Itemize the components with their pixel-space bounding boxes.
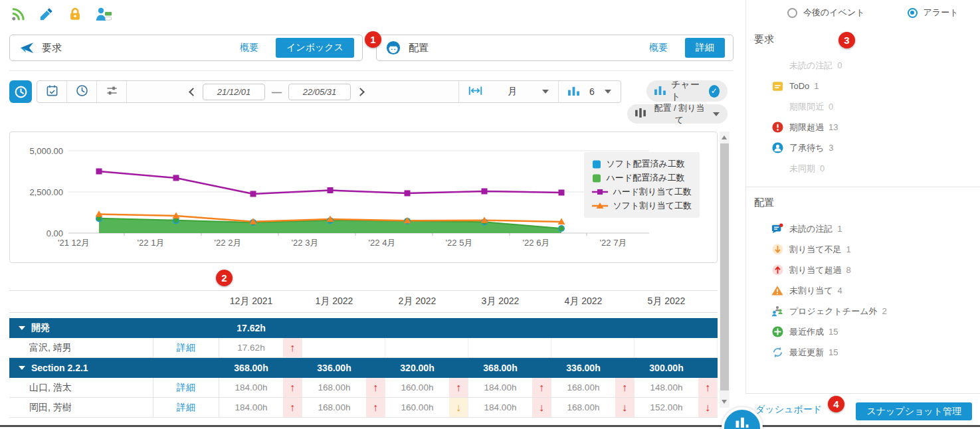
series-selector-dropdown[interactable]: 配置 / 割り当て (627, 104, 728, 124)
series-selector-value: 配置 / 割り当て (651, 102, 708, 126)
granularity-dropdown[interactable]: 月 (458, 81, 558, 102)
collapse-caret-icon[interactable] (19, 366, 25, 370)
person-name: 山口, 浩太 (9, 378, 153, 397)
legend-item[interactable]: ソフト配置済み工数 (592, 158, 692, 170)
collapse-caret-icon[interactable] (19, 326, 25, 330)
hours-cell: 184.00h (468, 378, 532, 397)
hours-cell: 152.00h (635, 398, 698, 417)
sidebar-mode-radios: 今後のイベントアラート (746, 0, 980, 19)
alert-count: 8 (846, 265, 851, 275)
app-window: 要求 概要 インボックス 1 配置 概要 詳細 — 月 6 (0, 0, 980, 429)
legend-item[interactable]: ソフト割り当て工数 (592, 200, 692, 212)
trend-empty (283, 318, 302, 338)
filter-settings-button[interactable] (97, 81, 127, 102)
trend-empty (615, 338, 635, 357)
scrollbar-thumb[interactable] (720, 143, 729, 390)
inbox-button[interactable]: インボックス (276, 38, 354, 58)
clock-button[interactable] (67, 81, 97, 102)
chart-toolbar: — 月 6 (37, 80, 621, 103)
rss-icon[interactable] (9, 5, 27, 23)
alert-label: 了承待ち (789, 142, 824, 154)
scroll-up-icon[interactable] (722, 135, 727, 139)
alert-count: 3 (829, 143, 833, 153)
lock-icon[interactable] (66, 5, 84, 23)
hours-cell: 320.00h (385, 358, 449, 378)
svg-text:'22 2月: '22 2月 (215, 238, 242, 248)
column-header[interactable]: 3月 2022 (468, 296, 551, 307)
date-from-input[interactable] (203, 84, 265, 100)
pencil-icon[interactable] (38, 5, 55, 23)
group-name: Section 2.2.1 (31, 363, 88, 373)
detail-link[interactable]: 詳細 (177, 342, 195, 354)
unread-note-icon (771, 223, 783, 235)
alert-label: 最近作成 (789, 326, 824, 338)
alert-item[interactable]: 最近更新15 (746, 342, 980, 363)
vertical-scrollbar[interactable] (720, 131, 730, 408)
chart-bars-icon (654, 85, 666, 98)
radio-upcoming-events[interactable]: 今後のイベント (787, 7, 865, 19)
overdue-icon (771, 122, 783, 133)
legend-item[interactable]: ハード割り当て工数 (592, 186, 692, 198)
detail-cell: 詳細 (153, 338, 219, 357)
hours-cell: 168.00h (302, 398, 366, 417)
alert-item[interactable]: ToDo1 (746, 76, 980, 96)
period-count-dropdown[interactable]: 6 (558, 81, 621, 102)
date-range-dash: — (272, 86, 282, 98)
next-period-button[interactable] (356, 88, 365, 96)
column-header[interactable]: 2月 2022 (385, 296, 468, 307)
alert-label: 期限間近 (789, 101, 824, 113)
alert-count: 0 (829, 102, 833, 112)
group-name: 開発 (31, 322, 50, 334)
alert-count: 0 (820, 163, 825, 173)
callout-2: 2 (216, 270, 233, 286)
trend-arrow-icon: ↑ (283, 398, 302, 417)
trend-empty (698, 318, 718, 338)
detail-link[interactable]: 詳細 (177, 382, 195, 394)
column-header[interactable]: 5月 2022 (635, 296, 718, 307)
details-button[interactable]: 詳細 (685, 38, 725, 58)
trend-arrow-icon: ↓ (698, 398, 718, 417)
dashboard-link[interactable]: ダッシュボード (755, 404, 822, 416)
people-icon[interactable] (95, 5, 112, 23)
calendar-button[interactable] (37, 81, 67, 102)
scroll-down-icon[interactable] (722, 400, 727, 404)
alert-item[interactable]: 割り当て超過8 (746, 260, 980, 280)
legend-swatch-icon (592, 188, 608, 196)
sidebar-sections: 要求未読の注記0ToDo1期限間近0期限超過13了承待ち3未同期0配置未読の注記… (746, 19, 980, 363)
alert-count: 15 (829, 327, 838, 337)
legend-item[interactable]: ハード配置済み工数 (592, 172, 692, 184)
time-phase-badge[interactable] (9, 80, 32, 103)
previous-period-button[interactable] (189, 88, 197, 96)
snapshot-management-button[interactable]: スナップショット管理 (856, 402, 972, 420)
hours-cell: 184.00h (468, 398, 532, 417)
column-header[interactable]: 4月 2022 (551, 296, 635, 307)
alert-label: 期限超過 (789, 122, 824, 133)
alert-item[interactable]: プロジェクトチーム外2 (746, 301, 980, 321)
table-body: 開発17.62h富沢, 靖男詳細17.62h↑Section 2.2.1368.… (9, 318, 718, 418)
alert-item[interactable]: 未読の注記1 (746, 218, 980, 239)
under-allocated-icon (771, 244, 783, 256)
detail-link[interactable]: 詳細 (177, 402, 195, 414)
allocation-overview-link[interactable]: 概要 (649, 42, 668, 54)
column-header[interactable]: 12月 2021 (219, 296, 302, 307)
column-header[interactable]: 1月 2022 (302, 296, 385, 307)
radio-circle-icon (908, 8, 918, 18)
alert-label: プロジェクトチーム外 (789, 305, 877, 317)
radio-label: 今後のイベント (803, 7, 865, 19)
over-allocated-icon (771, 264, 783, 276)
alert-item[interactable]: 期限超過13 (746, 117, 980, 137)
hours-cell: 336.00h (302, 358, 366, 378)
detail-cell (153, 358, 219, 378)
alert-item[interactable]: 未割り当て4 (746, 280, 980, 301)
date-to-input[interactable] (288, 84, 351, 100)
alert-item[interactable]: 割り当て不足1 (746, 239, 980, 260)
radio-alerts[interactable]: アラート (908, 7, 959, 19)
blank-icon (771, 163, 783, 175)
alert-item: 未読の注記0 (746, 55, 980, 76)
alert-label: 未読の注記 (789, 223, 833, 235)
trend-arrow-icon: ↑ (698, 378, 718, 397)
alert-item[interactable]: 最近作成15 (746, 321, 980, 342)
requests-overview-link[interactable]: 概要 (240, 42, 258, 54)
chart-toggle[interactable]: チャート ✓ (646, 80, 728, 102)
alert-item[interactable]: 了承待ち3 (746, 137, 980, 158)
